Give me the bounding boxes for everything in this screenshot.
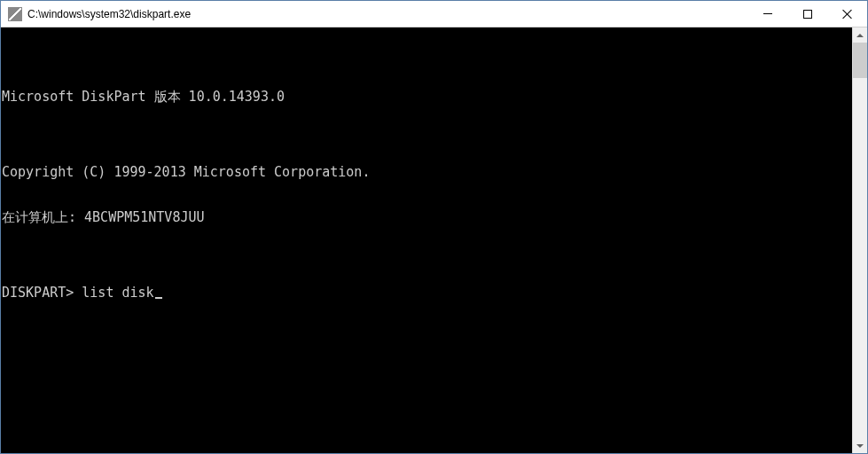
command-text: list disk [82, 285, 153, 301]
app-window: C:\windows\system32\diskpart.exe Microso… [0, 0, 868, 454]
chevron-down-icon [856, 444, 864, 448]
chevron-up-icon [856, 34, 864, 37]
window-title: C:\windows\system32\diskpart.exe [27, 8, 747, 20]
maximize-icon [803, 10, 812, 19]
cursor [155, 297, 162, 299]
titlebar[interactable]: C:\windows\system32\diskpart.exe [1, 1, 867, 27]
terminal-line: 在计算机上: 4BCWPM51NTV8JUU [1, 210, 852, 225]
scrollbar-track[interactable] [853, 43, 867, 438]
terminal-line: Microsoft DiskPart 版本 10.0.14393.0 [1, 90, 852, 105]
terminal-output[interactable]: Microsoft DiskPart 版本 10.0.14393.0 Copyr… [1, 27, 852, 453]
scrollbar-thumb[interactable] [853, 43, 867, 78]
scroll-up-button[interactable] [853, 27, 867, 43]
minimize-icon [763, 13, 772, 14]
client-area: Microsoft DiskPart 版本 10.0.14393.0 Copyr… [1, 27, 867, 453]
vertical-scrollbar[interactable] [852, 27, 867, 453]
minimize-button[interactable] [747, 1, 787, 27]
terminal-prompt-line: DISKPART> list disk [1, 286, 852, 301]
prompt: DISKPART> [2, 285, 82, 301]
maximize-button[interactable] [787, 1, 827, 27]
close-icon [842, 9, 853, 20]
window-controls [747, 1, 867, 27]
app-icon [8, 7, 22, 21]
scroll-down-button[interactable] [853, 438, 867, 453]
close-button[interactable] [827, 1, 867, 27]
terminal-line: Copyright (C) 1999-2013 Microsoft Corpor… [1, 165, 852, 180]
